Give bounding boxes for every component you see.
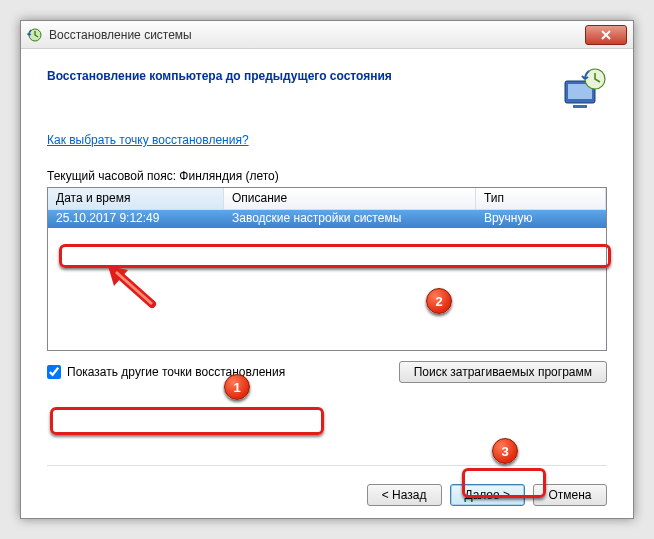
restore-points-table[interactable]: Дата и время Описание Тип 25.10.2017 9:1…: [47, 187, 607, 351]
cell-datetime: 25.10.2017 9:12:49: [48, 210, 224, 228]
cell-type: Вручную: [476, 210, 606, 228]
close-button[interactable]: [585, 25, 627, 45]
window-title: Восстановление системы: [49, 28, 585, 42]
close-icon: [601, 30, 611, 40]
restore-large-icon: [559, 67, 607, 111]
page-heading: Восстановление компьютера до предыдущего…: [47, 67, 539, 83]
below-table-row: Показать другие точки восстановления Пои…: [47, 361, 607, 383]
table-row[interactable]: 25.10.2017 9:12:49 Заводские настройки с…: [48, 210, 606, 228]
help-link-choose-point[interactable]: Как выбрать точку восстановления?: [47, 133, 607, 147]
show-other-label: Показать другие точки восстановления: [67, 365, 285, 379]
show-other-checkbox[interactable]: [47, 365, 61, 379]
next-button[interactable]: Далее >: [450, 484, 526, 506]
back-button[interactable]: < Назад: [367, 484, 442, 506]
system-restore-window: Восстановление системы Восстановление ко…: [20, 20, 634, 519]
table-header: Дата и время Описание Тип: [48, 188, 606, 210]
show-other-checkbox-wrap[interactable]: Показать другие точки восстановления: [47, 365, 285, 379]
col-description[interactable]: Описание: [224, 188, 476, 209]
timezone-label: Текущий часовой пояс: Финляндия (лето): [47, 169, 607, 183]
svg-rect-3: [573, 105, 587, 108]
cancel-button[interactable]: Отмена: [533, 484, 607, 506]
titlebar: Восстановление системы: [21, 21, 633, 49]
col-datetime[interactable]: Дата и время: [48, 188, 224, 209]
page-header: Восстановление компьютера до предыдущего…: [47, 67, 607, 111]
col-type[interactable]: Тип: [476, 188, 606, 209]
affected-programs-button[interactable]: Поиск затрагиваемых программ: [399, 361, 607, 383]
wizard-footer: < Назад Далее > Отмена: [47, 465, 607, 506]
content-area: Восстановление компьютера до предыдущего…: [21, 49, 633, 518]
restore-small-icon: [27, 27, 43, 43]
cell-description: Заводские настройки системы: [224, 210, 476, 228]
